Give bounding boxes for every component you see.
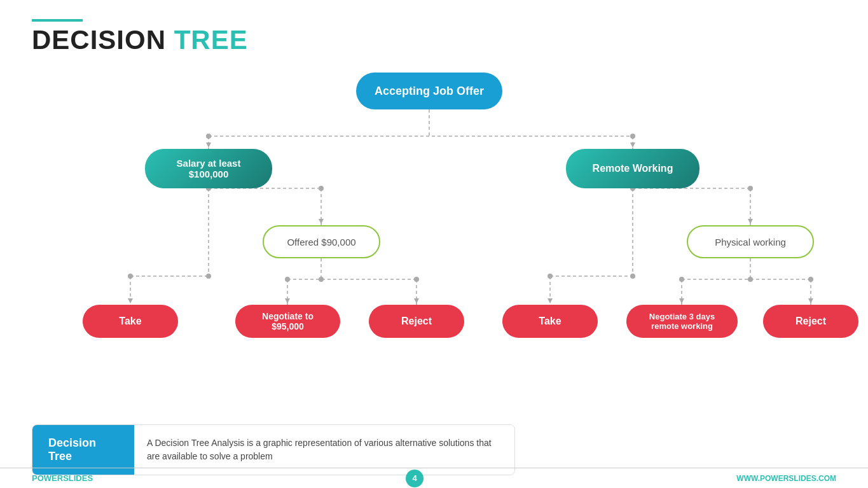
svg-marker-38 [548, 298, 553, 303]
svg-marker-24 [285, 298, 290, 303]
svg-marker-13 [319, 219, 324, 224]
svg-point-35 [630, 274, 635, 279]
svg-point-11 [319, 186, 324, 191]
svg-point-21 [319, 277, 324, 282]
footer-brand: POWERSLIDES [32, 473, 93, 483]
node-right-branch: Remote Working [566, 149, 699, 188]
leaf5-label: Negotiate 3 days remote working [649, 312, 715, 331]
node-right-sub: Physical working [687, 225, 814, 258]
svg-point-25 [414, 277, 419, 282]
page-title: DECISION TREE [32, 27, 836, 53]
svg-point-45 [808, 277, 813, 282]
svg-point-41 [748, 277, 753, 282]
svg-point-42 [679, 277, 684, 282]
node-root: Accepting Job Offer [356, 73, 502, 109]
node-leaf4: Take [502, 305, 598, 338]
node-leaf3: Reject [369, 305, 464, 338]
header-accent-bar [32, 19, 83, 22]
svg-point-36 [548, 274, 553, 279]
svg-marker-27 [414, 298, 419, 303]
svg-marker-17 [128, 298, 133, 303]
svg-marker-4 [206, 143, 211, 148]
svg-marker-47 [808, 298, 813, 303]
left-branch-label: Salary at least $100,000 [177, 158, 241, 179]
node-left-branch: Salary at least $100,000 [145, 149, 272, 188]
footer: POWERSLIDES 4 WWW.POWERSLIDES.COM [0, 468, 868, 488]
svg-point-15 [206, 274, 211, 279]
tree-area: Accepting Job Offer Salary at least $100… [32, 66, 836, 378]
svg-point-31 [748, 186, 753, 191]
leaf2-label: Negotiate to $95,000 [262, 311, 313, 331]
svg-point-6 [630, 134, 635, 139]
node-leaf6: Reject [763, 305, 858, 338]
footer-page-number: 4 [406, 470, 424, 487]
svg-point-3 [206, 134, 211, 139]
node-leaf2: Negotiate to $95,000 [235, 305, 340, 338]
node-leaf1: Take [83, 305, 178, 338]
slide: DECISION TREE [0, 0, 868, 488]
svg-marker-33 [748, 219, 753, 224]
svg-point-18 [128, 274, 133, 279]
svg-marker-44 [679, 298, 684, 303]
node-middle-sub: Offered $90,000 [263, 225, 380, 258]
footer-website: WWW.POWERSLIDES.COM [736, 474, 836, 483]
node-leaf5: Negotiate 3 days remote working [626, 305, 738, 338]
title-part2: TREE [174, 25, 248, 55]
title-part1: DECISION [32, 25, 174, 55]
svg-point-22 [285, 277, 290, 282]
svg-marker-7 [630, 143, 635, 148]
